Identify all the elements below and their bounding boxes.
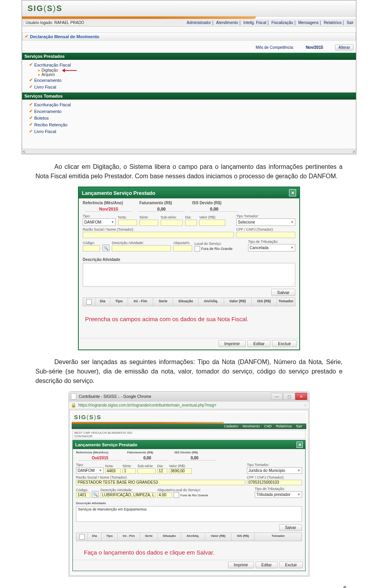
chevron-down-icon: ▼ [291,220,294,224]
codigo-search-button[interactable]: 🔍 [102,244,109,251]
minimize-button[interactable]: — [271,393,283,400]
th-iss: ISS (R$) [252,298,277,306]
menu-escrituracao[interactable]: ✔Escrituração Fiscal [29,61,349,68]
th-iss2: ISS (R$) [232,533,255,541]
tipo-select2[interactable]: DANFOM▼ [76,467,104,474]
salvar-button[interactable]: Salvar [271,289,295,296]
contribuinte-info: BEST CAR VEICULOS BLINDADOS SIG CONTADOR… [72,430,306,439]
th-tomador: Tomador [277,298,295,306]
ref-label2: Referência (Mês/Ano) [76,451,123,454]
modal-lancamento: Lançamento Serviço Prestado ✕ Referência… [78,187,300,350]
subserie-input[interactable] [161,220,183,226]
cpfcnpj-input[interactable] [236,232,295,238]
imprimir-button[interactable]: Imprimir [219,340,246,347]
nav-relatorios2[interactable]: Relatórios [275,424,293,428]
codigo-input2[interactable]: 1401 [76,492,90,498]
cpfcnpj-input2[interactable]: 07853125000103 [247,480,302,485]
close-button[interactable]: ✕ [296,442,303,448]
nav-mensagens[interactable]: Mensagens [297,20,319,25]
band-tomados: Serviços Tomados [22,92,356,100]
nav-relatorios[interactable]: Relatórios [323,20,342,25]
nav-intelig-fiscal[interactable]: Intelig. Fiscal [243,20,267,25]
excluir-button2[interactable]: Excluir [279,562,303,568]
nav-atendimento[interactable]: Atendimento [215,20,239,25]
subserie-input2[interactable] [137,468,156,474]
table-header2: Dia Tipo Ini - Fim Serie Situação Atv/Al… [76,533,302,541]
excluir-button[interactable]: Excluir [272,340,297,347]
check-icon: ✔ [29,84,33,89]
page-number: 6 [0,584,346,588]
maximize-button[interactable]: ▢ [283,393,295,400]
nota-input2[interactable]: 4469 [105,468,121,474]
dia-input2[interactable]: 12 [157,468,167,474]
serie-input2[interactable]: 1 [122,468,136,474]
scrollbar-bottom[interactable]: <> [22,149,356,154]
star-icon[interactable]: ☆ [304,403,307,407]
menu-boletos[interactable]: ✔Boletos [29,115,349,121]
nav-cadastro[interactable]: Cadastro [223,424,239,428]
descativ-input2[interactable]: LUBRIFICAÇÃO, LIMPEZA, L [100,492,156,498]
iss-label: ISS Devido (R$) [192,201,239,205]
menu-encerramento-t[interactable]: ✔Encerramento [29,108,349,115]
dia-input[interactable] [185,220,197,226]
paragraph-2: Deverão ser lançadas as seguintes inform… [35,357,343,386]
logged-user-label: Usuário logado: RAFAEL PRADO [24,20,86,26]
tipo-select[interactable]: DANFOM▼ [83,218,116,226]
serie-label: Série: [139,215,158,219]
menu-recibo[interactable]: ✔Recibo Retenção [29,121,349,128]
check-icon: ✔ [29,78,33,83]
razao-input[interactable] [83,232,234,238]
nota-input[interactable] [118,220,137,226]
tipotrib-select[interactable]: Cancelada▼ [248,244,295,251]
aliquota-input[interactable] [173,245,192,251]
address-bar[interactable]: 🔒 https://riogrande.sigiss.com.br/riogra… [69,401,309,409]
submenu-arquivo[interactable]: ●Arquivo [29,72,349,77]
chevron-down-icon: ▼ [99,469,102,472]
selectall-checkbox[interactable] [86,299,92,305]
subserie-label: Sub-série: [161,215,183,219]
editar-button[interactable]: Editar [247,340,271,347]
nav-movimento[interactable]: Movimento [242,424,261,428]
descativ2-label: Descrição Atividade [83,257,120,262]
codigo-input[interactable] [83,245,100,251]
submenu-digitacao[interactable]: ●Digitação [29,68,349,72]
descativ-textarea2[interactable]: Serviços de Manutenção em Equipamentos. [76,506,302,522]
nav-fiscalizacao[interactable]: Fiscalização [271,20,294,25]
serie-input[interactable] [139,220,158,226]
valor-input[interactable] [199,220,225,226]
valor-input2[interactable]: 3690,00 [169,468,192,474]
tipotom-select2[interactable]: Juridica do Municipio▼ [247,467,302,474]
top-nav-links[interactable]: Administrador│ Atendimento│ Intelig. Fis… [186,20,354,25]
menu-livro-fiscal[interactable]: ✔Livro Fiscal [29,83,349,90]
salvar-button2[interactable]: Salvar [279,524,302,531]
menu-livro-fiscal-t[interactable]: ✔Livro Fiscal [29,128,349,135]
tab-title: Contribuinte - SIGISS :. - Google Chrome [79,394,151,399]
menu-recibo-label: Recibo Retenção [34,122,67,127]
fora-checkbox2[interactable] [174,492,179,498]
nav-secondary[interactable]: Cadastro. Movimento. CND. Relatórios. Sa… [72,423,306,429]
menu-encerramento[interactable]: ✔Encerramento [29,77,349,83]
editar-button2[interactable]: Editar [256,562,278,568]
aliquota-label: Aliquota%: [173,241,192,245]
valor-label: Valor (R$): [199,215,225,219]
imprimir-button2[interactable]: Imprimir [228,562,254,568]
close-window-button[interactable]: ✕ [295,393,307,400]
close-button[interactable]: ✕ [289,189,296,196]
selectall-checkbox2[interactable] [79,534,85,540]
alterar-button[interactable]: Alterar [335,44,354,50]
tipotrib-select2[interactable]: Tributada prestador▼ [255,491,302,498]
modal-title-text: Lançamento Serviço Prestado [82,190,155,196]
nav-administrador[interactable]: Administrador [186,20,212,25]
razao-input2[interactable]: PRESTADOR TESTE BASE RIO GRANDES3 [76,480,245,485]
descativ-input[interactable] [112,245,171,251]
th-valor: Valor (R$) [224,298,252,306]
nav-sair2[interactable]: Sair [295,424,303,428]
tipotom-select[interactable]: Selecione▼ [236,218,295,226]
fora-checkbox[interactable] [195,246,200,251]
aliquota-input2[interactable]: 4.00 [157,492,172,498]
codigo-search-button2[interactable]: 🔍 [92,491,99,498]
nav-sair[interactable]: Sair [346,20,354,25]
menu-escrituracao-t[interactable]: ✔Escrituração Fiscal [29,101,349,108]
nav-cnd[interactable]: CND [263,424,272,428]
descativ-textarea[interactable]: ..: [83,263,295,287]
